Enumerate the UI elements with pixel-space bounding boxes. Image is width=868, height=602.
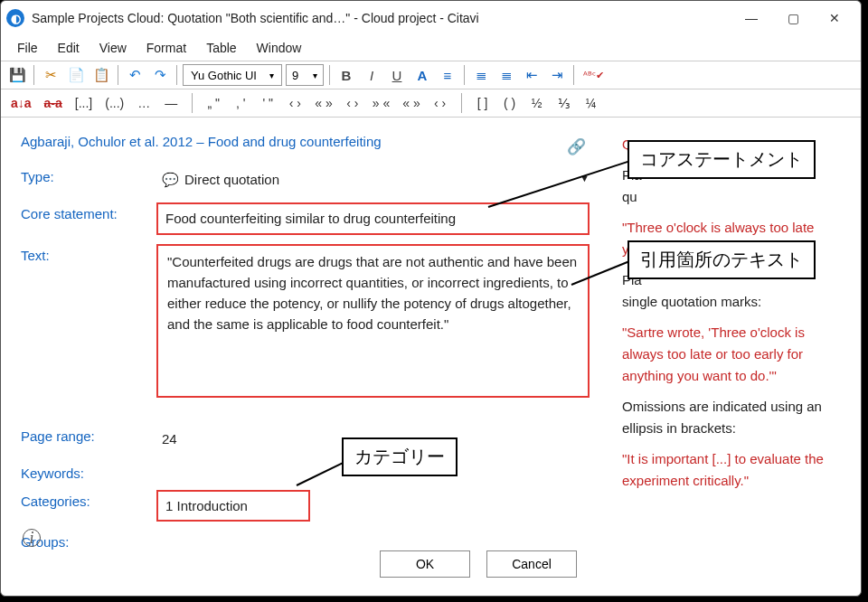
groups-label: Groups:: [21, 531, 156, 550]
paste-icon[interactable]: 📋: [90, 64, 112, 86]
groups-input[interactable]: [156, 531, 590, 538]
maximize-button[interactable]: ▢: [772, 4, 814, 33]
paragraph-align-button[interactable]: ≡: [437, 64, 458, 86]
redo-icon[interactable]: ↷: [149, 64, 171, 86]
sym-brackets[interactable]: [ ]: [473, 93, 493, 113]
sym-parens[interactable]: ( ): [500, 93, 520, 113]
sym-ellipsis[interactable]: …: [134, 93, 154, 113]
font-size-select[interactable]: 9▾: [286, 64, 324, 86]
menu-view[interactable]: View: [90, 37, 136, 59]
type-label: Type:: [21, 165, 156, 184]
menu-format[interactable]: Format: [137, 37, 195, 59]
cut-icon[interactable]: ✂: [40, 64, 61, 86]
sym-guillemet-4[interactable]: « »: [400, 93, 422, 113]
numbered-list-button[interactable]: ≣: [495, 64, 517, 86]
save-icon[interactable]: 💾: [6, 64, 28, 86]
sym-quote-2[interactable]: , ': [231, 93, 250, 113]
chevron-down-icon: ▾: [269, 71, 274, 80]
form-panel: Agbaraji, Ochulor et al. 2012 – Food and…: [1, 118, 608, 563]
dialog-buttons: OK Cancel: [380, 550, 599, 587]
callout-core-statement: コアステートメント: [627, 140, 816, 179]
underline-button[interactable]: U: [386, 64, 408, 86]
sym-subscript[interactable]: a↓a: [8, 93, 34, 113]
bold-button[interactable]: B: [335, 64, 357, 86]
sym-half[interactable]: ½: [527, 93, 547, 113]
help-text: "It is important [...] to evaluate the e…: [622, 448, 846, 492]
font-family-select[interactable]: Yu Gothic UI▾: [183, 64, 282, 86]
type-value: Direct quotation: [184, 169, 279, 190]
sym-guillemet-2[interactable]: ‹ ›: [343, 93, 363, 113]
sym-strike[interactable]: a-a: [42, 93, 65, 113]
help-text: "Sartre wrote, 'Three o'clock is always …: [622, 322, 846, 387]
outdent-button[interactable]: ⇤: [521, 64, 542, 86]
titlebar: ◐ Sample Projects Cloud: Quotation "Both…: [1, 1, 861, 35]
page-range-label: Page range:: [21, 425, 156, 444]
minimize-button[interactable]: —: [731, 4, 772, 33]
sym-brackets-ellipsis[interactable]: [...]: [72, 93, 95, 113]
italic-button[interactable]: I: [361, 64, 382, 86]
menu-file[interactable]: File: [8, 37, 47, 59]
sym-dash[interactable]: —: [161, 93, 181, 113]
core-statement-label: Core statement:: [21, 202, 156, 221]
close-button[interactable]: ✕: [814, 4, 855, 33]
info-icon[interactable]: i: [23, 529, 41, 547]
help-panel: Qu Plaqu "Three o'clock is always too la…: [608, 118, 861, 563]
callout-quotation-text: 引用箇所のテキスト: [627, 240, 816, 279]
categories-input[interactable]: 1 Introduction: [156, 490, 310, 522]
sym-guillemet-3[interactable]: » «: [370, 93, 392, 113]
sym-guillemet-1[interactable]: « »: [312, 93, 335, 113]
menu-edit[interactable]: Edit: [49, 37, 89, 59]
copy-icon[interactable]: 📄: [65, 64, 87, 86]
menu-window[interactable]: Window: [248, 37, 311, 59]
text-label: Text:: [21, 244, 156, 263]
link-icon[interactable]: 🔗: [567, 137, 586, 156]
menubar: File Edit View Format Table Window: [1, 35, 861, 61]
keywords-label: Keywords:: [21, 462, 156, 481]
app-window: ◐ Sample Projects Cloud: Quotation "Both…: [0, 0, 862, 597]
undo-icon[interactable]: ↶: [124, 64, 146, 86]
app-icon: ◐: [6, 9, 24, 27]
type-select[interactable]: 💬 Direct quotation ▼: [156, 165, 590, 193]
sym-parens-ellipsis[interactable]: (...): [102, 93, 127, 113]
quotation-text-input[interactable]: "Counterfeited drugs are drugs that are …: [156, 244, 590, 398]
sym-third[interactable]: ⅓: [554, 93, 574, 113]
toolbar: 💾 ✂ 📄 📋 ↶ ↷ Yu Gothic UI▾ 9▾ B I U A ≡ ≣…: [1, 61, 861, 89]
sym-quote-3[interactable]: ' ": [258, 93, 278, 113]
font-color-button[interactable]: A: [411, 64, 433, 86]
menu-table[interactable]: Table: [197, 37, 245, 59]
core-statement-input[interactable]: Food counterfeiting similar to drug coun…: [156, 202, 590, 234]
content-area: Agbaraji, Ochulor et al. 2012 – Food and…: [1, 118, 861, 563]
spellcheck-button[interactable]: ᴬᴮᶜ✔: [580, 64, 608, 86]
indent-button[interactable]: ⇥: [546, 64, 568, 86]
callout-category: カテゴリー: [342, 437, 458, 476]
help-text: Omissions are indicated using an ellipsi…: [622, 396, 846, 439]
window-controls: — ▢ ✕: [731, 4, 855, 33]
cancel-button[interactable]: Cancel: [486, 550, 577, 578]
categories-label: Categories:: [21, 490, 156, 509]
speech-bubble-icon: 💬: [162, 169, 179, 190]
sym-quote-1[interactable]: „ ": [203, 93, 223, 113]
symbol-toolbar: a↓a a-a [...] (...) … — „ " , ' ' " ‹ › …: [1, 89, 861, 118]
window-title: Sample Projects Cloud: Quotation "Both s…: [32, 11, 731, 25]
sym-quarter[interactable]: ¼: [581, 93, 601, 113]
chevron-down-icon: ▾: [313, 71, 317, 80]
sym-quote-4[interactable]: ‹ ›: [285, 93, 305, 113]
reference-title[interactable]: Agbaraji, Ochulor et al. 2012 – Food and…: [21, 134, 590, 149]
sym-guillemet-5[interactable]: ‹ ›: [430, 93, 450, 113]
ok-button[interactable]: OK: [380, 550, 470, 578]
bullet-list-button[interactable]: ≣: [470, 64, 492, 86]
